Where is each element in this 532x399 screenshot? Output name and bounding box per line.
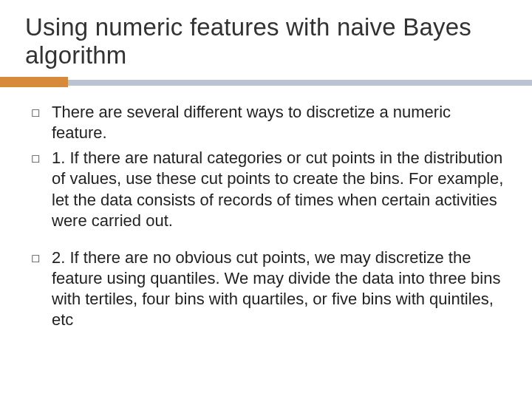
bullet-text: There are several different ways to disc…: [52, 102, 507, 143]
underline-bar: [0, 80, 532, 86]
slide-title: Using numeric features with naive Bayes …: [25, 13, 507, 69]
bullet-icon: ◻: [31, 102, 52, 122]
list-item: ◻ 1. If there are natural categories or …: [31, 148, 507, 231]
slide-body: ◻ There are several different ways to di…: [25, 102, 507, 331]
bullet-text: 2. If there are no obvious cut points, w…: [52, 248, 507, 331]
bullet-icon: ◻: [31, 148, 52, 168]
bullet-text: 1. If there are natural categories or cu…: [52, 148, 507, 231]
slide: Using numeric features with naive Bayes …: [0, 0, 532, 399]
underline-accent: [0, 77, 68, 87]
bullet-icon: ◻: [31, 248, 52, 267]
list-item: ◻ 2. If there are no obvious cut points,…: [31, 248, 507, 331]
list-item: ◻ There are several different ways to di…: [31, 102, 507, 143]
title-underline: [25, 77, 507, 87]
